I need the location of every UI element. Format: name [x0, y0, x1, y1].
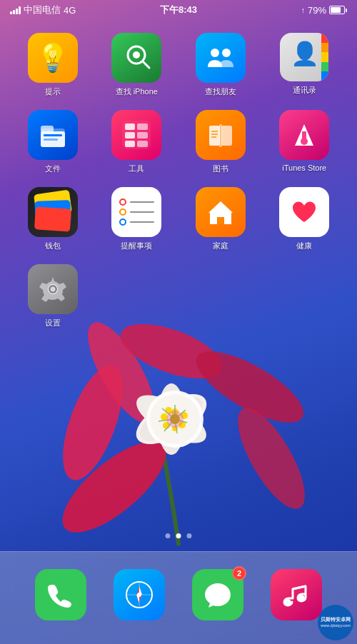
svg-rect-46: [221, 126, 232, 146]
app-files[interactable]: 文件: [14, 110, 91, 174]
home-label: 家庭: [213, 241, 228, 251]
svg-point-68: [298, 595, 305, 602]
contacts-label: 通讯录: [293, 85, 316, 96]
page-dot-1: [166, 533, 171, 538]
app-contacts[interactable]: 👤 通讯录: [266, 33, 343, 97]
app-itunes[interactable]: iTunes Store: [266, 110, 343, 174]
app-reminders[interactable]: 提醒事项: [99, 187, 176, 251]
watermark: 贝斯特安卓网 www.zjbstyy.com: [318, 605, 353, 640]
messages-badge: 2: [232, 566, 246, 580]
svg-rect-36: [44, 134, 62, 136]
findphone-icon: [111, 33, 161, 83]
page-dot-2: [176, 533, 181, 538]
app-tools[interactable]: 工具: [99, 110, 176, 174]
settings-icon: [28, 264, 78, 314]
files-icon: [28, 110, 78, 160]
itunes-label: iTunes Store: [282, 163, 326, 172]
contacts-icon: 👤: [280, 33, 328, 81]
home-icon: [196, 187, 246, 237]
tips-label: 提示: [45, 86, 61, 97]
findfriends-label: 查找朋友: [205, 86, 236, 97]
reminders-label: 提醒事项: [121, 241, 152, 251]
signal-arrow-icon: ↑: [301, 6, 305, 14]
svg-point-27: [170, 414, 180, 424]
svg-point-32: [222, 49, 231, 57]
svg-point-30: [133, 51, 140, 59]
health-icon: [279, 187, 329, 237]
status-bar: 中国电信 4G 下午8:43 ↑ 79%: [0, 0, 357, 20]
app-settings[interactable]: 设置: [14, 264, 91, 328]
status-right: ↑ 79%: [301, 5, 347, 16]
app-wallet[interactable]: 钱包: [14, 187, 91, 251]
svg-rect-53: [302, 131, 306, 141]
carrier-label: 中国电信: [24, 4, 61, 16]
svg-point-66: [137, 593, 141, 597]
page-indicators: [166, 533, 192, 538]
tools-label: 工具: [129, 163, 144, 174]
page-dot-3: [187, 533, 192, 538]
svg-rect-45: [209, 126, 220, 146]
phone-background: 中国电信 4G 下午8:43 ↑ 79% 💡 提示: [0, 0, 357, 644]
books-icon: [196, 110, 246, 160]
svg-line-29: [143, 61, 149, 68]
reminders-icon: [111, 187, 161, 237]
findphone-label: 查找 iPhone: [116, 86, 158, 97]
app-health[interactable]: 健康: [266, 187, 343, 251]
app-home[interactable]: 家庭: [182, 187, 259, 251]
network-label: 4G: [64, 5, 76, 16]
svg-point-58: [50, 287, 55, 292]
svg-point-67: [284, 599, 291, 606]
status-time: 下午8:43: [160, 4, 197, 16]
battery-icon: [329, 6, 347, 14]
svg-rect-44: [137, 141, 148, 147]
settings-label: 设置: [45, 318, 61, 328]
findfriends-icon: [196, 33, 246, 83]
safari-icon: [114, 569, 165, 620]
watermark-url: www.zjbstyy.com: [321, 623, 350, 628]
svg-rect-39: [125, 124, 135, 130]
watermark-site: 贝斯特安卓网: [321, 617, 351, 623]
watermark-badge: 贝斯特安卓网 www.zjbstyy.com: [318, 605, 353, 640]
dock-messages[interactable]: 2: [192, 569, 243, 620]
wallet-icon: [28, 187, 78, 237]
tips-icon: 💡: [28, 33, 78, 83]
svg-rect-43: [125, 141, 135, 147]
tools-icon: [111, 110, 161, 160]
battery-percent: 79%: [308, 5, 326, 16]
health-label: 健康: [296, 241, 312, 251]
app-books[interactable]: 图书: [182, 110, 259, 174]
svg-rect-40: [137, 124, 148, 130]
signal-icon: [10, 6, 21, 14]
dock-music[interactable]: [271, 569, 322, 620]
svg-rect-42: [137, 132, 148, 139]
dock-phone[interactable]: [35, 569, 86, 620]
books-label: 图书: [213, 163, 228, 174]
phone-icon: [35, 569, 86, 620]
itunes-icon: [279, 110, 329, 160]
dock-safari[interactable]: [114, 569, 165, 620]
svg-rect-47: [219, 124, 222, 147]
app-tips[interactable]: 💡 提示: [14, 33, 91, 97]
svg-rect-55: [218, 217, 223, 224]
app-findfriends[interactable]: 查找朋友: [182, 33, 259, 97]
wallet-label: 钱包: [45, 241, 61, 251]
svg-rect-41: [125, 132, 135, 139]
dock: 2: [0, 551, 357, 644]
status-left: 中国电信 4G: [10, 4, 76, 16]
files-label: 文件: [45, 163, 61, 174]
app-grid: 💡 提示 查找 iPhone: [0, 26, 357, 336]
svg-rect-35: [41, 126, 54, 133]
svg-rect-37: [44, 139, 58, 141]
svg-point-31: [211, 49, 219, 57]
app-findphone[interactable]: 查找 iPhone: [99, 33, 176, 97]
music-icon: [271, 569, 322, 620]
